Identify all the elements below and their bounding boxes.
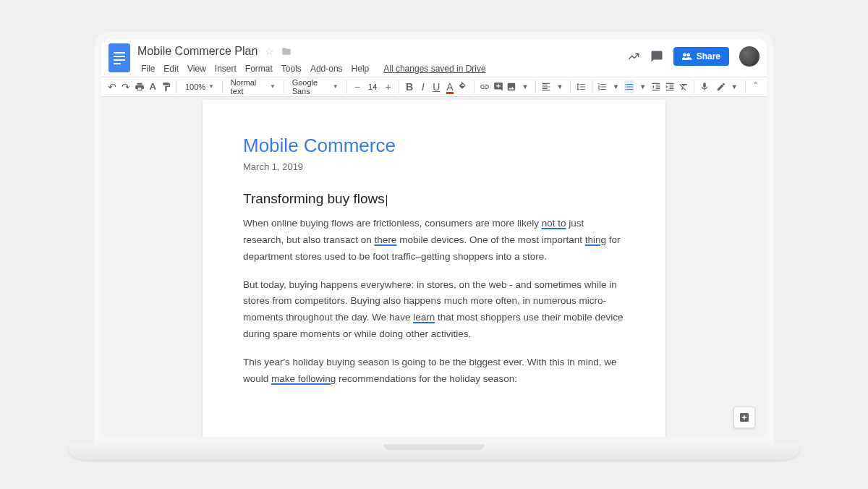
menu-file[interactable]: File <box>137 62 158 75</box>
move-folder-icon[interactable] <box>281 46 292 56</box>
share-button[interactable]: Share <box>673 47 729 66</box>
grammar-error[interactable]: make following <box>271 373 336 384</box>
share-button-label: Share <box>697 51 720 61</box>
bulleted-more-icon[interactable]: ▼ <box>637 80 648 93</box>
doc-date[interactable]: March 1, 2019 <box>243 161 625 172</box>
underline-icon[interactable]: U <box>431 80 442 93</box>
grammar-error[interactable]: there <box>375 234 397 245</box>
font-size-input[interactable]: 14 <box>365 82 380 91</box>
text-color-icon[interactable]: A <box>445 80 456 93</box>
doc-heading-title[interactable]: Mobile Commerce <box>243 135 625 157</box>
doc-heading-2[interactable]: Transforming buy flows <box>243 191 625 207</box>
grammar-error[interactable]: learn <box>413 312 435 323</box>
paint-format-icon[interactable] <box>161 80 172 93</box>
image-more-icon[interactable]: ▼ <box>520 80 531 93</box>
document-title[interactable]: Mobile Commerce Plan <box>137 45 258 58</box>
menu-edit[interactable]: Edit <box>160 62 182 75</box>
bulleted-list-icon[interactable] <box>624 80 635 93</box>
decrease-indent-icon[interactable] <box>651 80 662 93</box>
numbered-more-icon[interactable]: ▼ <box>610 80 621 93</box>
formatting-toolbar: ↶ ↷ A 100%▼ Normal text▼ Google Sans▼ − … <box>101 77 767 97</box>
line-spacing-icon[interactable] <box>576 80 587 93</box>
highlight-color-icon[interactable] <box>458 80 469 93</box>
zoom-dropdown[interactable]: 100%▼ <box>182 82 217 91</box>
menu-format[interactable]: Format <box>242 62 276 75</box>
doc-paragraph-1[interactable]: When online buying flows are frictionles… <box>243 216 625 265</box>
screen-frame: Mobile Commerce Plan ☆ File Edit View In… <box>94 32 774 444</box>
undo-icon[interactable]: ↶ <box>107 80 118 93</box>
doc-paragraph-2[interactable]: But today, buying happens everywhere: in… <box>243 277 625 344</box>
clear-formatting-icon[interactable] <box>678 80 689 93</box>
spellcheck-icon[interactable]: A <box>148 80 158 93</box>
account-avatar-icon[interactable] <box>739 46 760 67</box>
align-more-icon[interactable]: ▼ <box>555 80 566 93</box>
editing-mode-caret-icon[interactable]: ▼ <box>729 80 740 93</box>
laptop-frame: Mobile Commerce Plan ☆ File Edit View In… <box>94 32 774 460</box>
insert-image-icon[interactable] <box>506 80 517 93</box>
menu-bar: File Edit View Insert Format Tools Add-o… <box>137 61 627 77</box>
collapse-toolbar-icon[interactable]: ˆ <box>750 80 761 93</box>
menu-view[interactable]: View <box>184 62 210 75</box>
redo-icon[interactable]: ↷ <box>121 80 132 93</box>
bold-icon[interactable]: B <box>404 80 415 93</box>
decrease-font-icon[interactable]: − <box>352 80 362 93</box>
align-icon[interactable] <box>541 80 552 93</box>
numbered-list-icon[interactable] <box>597 80 608 93</box>
increase-font-icon[interactable]: + <box>383 80 393 93</box>
insert-link-icon[interactable] <box>480 80 490 93</box>
save-status[interactable]: All changes saved in Drive <box>380 62 489 75</box>
grammar-error[interactable]: thing <box>585 234 606 245</box>
document-canvas[interactable]: Mobile Commerce March 1, 2019 Transformi… <box>101 97 767 437</box>
font-dropdown[interactable]: Google Sans▼ <box>289 78 341 95</box>
italic-icon[interactable]: I <box>417 80 428 93</box>
star-icon[interactable]: ☆ <box>265 46 274 57</box>
explore-button[interactable] <box>733 407 755 428</box>
grammar-error[interactable]: not to <box>542 218 566 229</box>
paragraph-style-dropdown[interactable]: Normal text▼ <box>228 78 278 95</box>
document-page[interactable]: Mobile Commerce March 1, 2019 Transformi… <box>203 100 665 437</box>
menu-insert[interactable]: Insert <box>211 62 240 75</box>
activity-icon[interactable] <box>627 50 640 63</box>
print-icon[interactable] <box>134 80 145 93</box>
add-comment-icon[interactable] <box>493 80 503 93</box>
app-header: Mobile Commerce Plan ☆ File Edit View In… <box>101 39 767 77</box>
voice-typing-icon[interactable] <box>699 80 710 93</box>
menu-addons[interactable]: Add-ons <box>307 62 346 75</box>
menu-help[interactable]: Help <box>348 62 373 75</box>
text-cursor-icon <box>386 195 387 206</box>
increase-indent-icon[interactable] <box>665 80 676 93</box>
header-right-controls: Share <box>627 43 760 67</box>
google-docs-window: Mobile Commerce Plan ☆ File Edit View In… <box>101 39 767 437</box>
doc-paragraph-3[interactable]: This year's holiday buying season is goi… <box>243 354 625 388</box>
editing-mode-icon[interactable] <box>715 80 726 93</box>
google-docs-logo-icon[interactable] <box>109 43 130 72</box>
menu-tools[interactable]: Tools <box>278 62 305 75</box>
laptop-base <box>69 444 799 460</box>
comments-icon[interactable] <box>650 50 663 63</box>
